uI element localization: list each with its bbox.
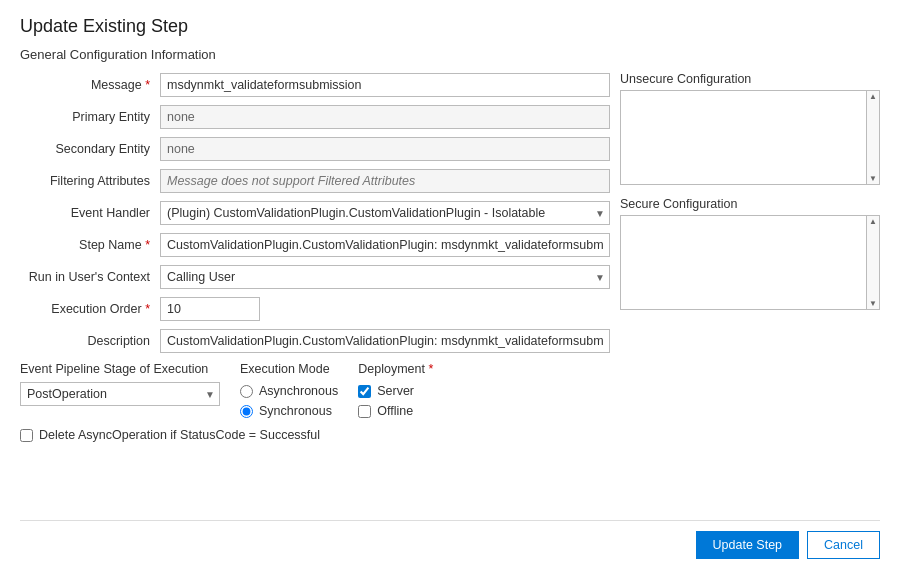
message-required: *: [145, 78, 150, 92]
unsecure-config-scrollbar[interactable]: ▲▼: [866, 90, 880, 185]
event-handler-label: Event Handler: [20, 206, 160, 220]
secure-config-textarea[interactable]: [620, 215, 866, 310]
secure-config-section: Secure Configuration ▲▼: [620, 197, 880, 310]
update-step-button[interactable]: Update Step: [696, 531, 800, 559]
sync-radio-row: Synchronous: [240, 404, 338, 418]
bottom-section: Event Pipeline Stage of Execution PostOp…: [20, 362, 610, 418]
step-name-row: Step Name *: [20, 232, 610, 258]
secure-scrollbar-down-icon: ▼: [869, 299, 877, 308]
execution-order-input[interactable]: [160, 297, 260, 321]
secondary-entity-input[interactable]: [160, 137, 610, 161]
async-radio-row: Asynchronous: [240, 384, 338, 398]
pipeline-stage-label: Event Pipeline Stage of Execution: [20, 362, 220, 376]
unsecure-config-label: Unsecure Configuration: [620, 72, 880, 86]
step-name-input[interactable]: [160, 233, 610, 257]
exec-mode-section: Execution Mode Asynchronous Synchronous: [240, 362, 338, 418]
async-radio[interactable]: [240, 385, 253, 398]
offline-checkbox-row: Offline: [358, 404, 433, 418]
description-input[interactable]: [160, 329, 610, 353]
primary-entity-row: Primary Entity: [20, 104, 610, 130]
exec-mode-label: Execution Mode: [240, 362, 338, 376]
sync-radio[interactable]: [240, 405, 253, 418]
primary-entity-input[interactable]: [160, 105, 610, 129]
execution-order-required: *: [145, 302, 150, 316]
event-handler-row: Event Handler (Plugin) CustomValidationP…: [20, 200, 610, 226]
run-in-context-select[interactable]: Calling User: [160, 265, 610, 289]
sync-label: Synchronous: [259, 404, 332, 418]
offline-checkbox[interactable]: [358, 405, 371, 418]
description-row: Description: [20, 328, 610, 354]
deployment-section: Deployment * Server Offline: [358, 362, 433, 418]
execution-order-row: Execution Order *: [20, 296, 610, 322]
step-name-required: *: [145, 238, 150, 252]
async-label: Asynchronous: [259, 384, 338, 398]
main-content: Message * Primary Entity Secondary Entit…: [20, 72, 880, 512]
event-handler-wrapper: (Plugin) CustomValidationPlugin.CustomVa…: [160, 201, 610, 225]
message-input[interactable]: [160, 73, 610, 97]
filtering-attributes-row: Filtering Attributes: [20, 168, 610, 194]
dialog-footer: Update Step Cancel: [20, 520, 880, 559]
deployment-required: *: [428, 362, 433, 376]
section-title: General Configuration Information: [20, 47, 880, 62]
server-label: Server: [377, 384, 414, 398]
secure-config-label: Secure Configuration: [620, 197, 880, 211]
server-checkbox-row: Server: [358, 384, 433, 398]
delete-async-row: Delete AsyncOperation if StatusCode = Su…: [20, 428, 610, 442]
primary-entity-label: Primary Entity: [20, 110, 160, 124]
secondary-entity-row: Secondary Entity: [20, 136, 610, 162]
run-in-context-row: Run in User's Context Calling User ▼: [20, 264, 610, 290]
deployment-label: Deployment *: [358, 362, 433, 376]
secure-config-container: ▲▼: [620, 215, 880, 310]
unsecure-scrollbar-down-icon: ▼: [869, 174, 877, 183]
update-step-dialog: Update Existing Step General Configurati…: [0, 0, 900, 569]
message-label: Message *: [20, 78, 160, 92]
server-checkbox[interactable]: [358, 385, 371, 398]
execution-order-label: Execution Order *: [20, 302, 160, 316]
unsecure-scrollbar-up-icon: ▲: [869, 92, 877, 101]
unsecure-config-container: ▲▼: [620, 90, 880, 185]
message-row: Message *: [20, 72, 610, 98]
right-panel: Unsecure Configuration ▲▼ Secure Configu…: [620, 72, 880, 512]
step-name-label: Step Name *: [20, 238, 160, 252]
secondary-entity-label: Secondary Entity: [20, 142, 160, 156]
run-in-context-label: Run in User's Context: [20, 270, 160, 284]
description-label: Description: [20, 334, 160, 348]
unsecure-config-section: Unsecure Configuration ▲▼: [620, 72, 880, 185]
run-in-context-wrapper: Calling User ▼: [160, 265, 610, 289]
delete-async-checkbox[interactable]: [20, 429, 33, 442]
event-handler-select[interactable]: (Plugin) CustomValidationPlugin.CustomVa…: [160, 201, 610, 225]
secure-config-scrollbar[interactable]: ▲▼: [866, 215, 880, 310]
cancel-button[interactable]: Cancel: [807, 531, 880, 559]
delete-async-label: Delete AsyncOperation if StatusCode = Su…: [39, 428, 320, 442]
secure-scrollbar-up-icon: ▲: [869, 217, 877, 226]
pipeline-stage-select[interactable]: PostOperation PreValidation PreOperation: [20, 382, 220, 406]
filtering-attributes-label: Filtering Attributes: [20, 174, 160, 188]
pipeline-select-wrapper: PostOperation PreValidation PreOperation…: [20, 382, 220, 406]
filtering-attributes-input[interactable]: [160, 169, 610, 193]
unsecure-config-textarea[interactable]: [620, 90, 866, 185]
dialog-title: Update Existing Step: [20, 16, 880, 37]
offline-label: Offline: [377, 404, 413, 418]
pipeline-stage-section: Event Pipeline Stage of Execution PostOp…: [20, 362, 220, 406]
left-panel: Message * Primary Entity Secondary Entit…: [20, 72, 610, 512]
